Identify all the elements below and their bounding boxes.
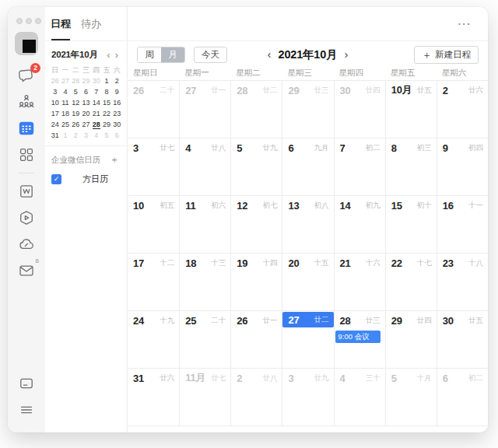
docs-icon[interactable] bbox=[18, 183, 35, 200]
mini-day-cell[interactable]: 9 bbox=[112, 87, 122, 97]
mini-day-cell[interactable]: 5 bbox=[101, 131, 111, 141]
new-event-button[interactable]: ＋ 新建日程 bbox=[414, 46, 479, 64]
day-cell[interactable]: 20十五 bbox=[282, 253, 333, 310]
mini-day-cell[interactable]: 24 bbox=[50, 120, 60, 130]
mini-day-cell[interactable]: 27 bbox=[60, 76, 70, 86]
calendar-checkbox[interactable]: ✓ bbox=[51, 174, 61, 184]
meeting-icon[interactable] bbox=[18, 209, 35, 226]
day-cell[interactable]: 12初七 bbox=[230, 195, 282, 253]
next-month-button[interactable]: › bbox=[344, 50, 348, 59]
chat-icon[interactable]: 2 bbox=[18, 67, 35, 84]
mini-day-cell[interactable]: 5 bbox=[71, 87, 81, 97]
mini-day-cell[interactable]: 21 bbox=[91, 109, 101, 119]
mini-day-cell[interactable]: 25 bbox=[60, 120, 70, 130]
day-cell[interactable]: 26廿一 bbox=[230, 310, 282, 368]
add-calendar-button[interactable]: ＋ bbox=[110, 153, 121, 166]
drive-icon[interactable] bbox=[18, 236, 35, 253]
mini-day-cell[interactable]: 29 bbox=[101, 120, 111, 130]
day-cell[interactable]: 15初十 bbox=[385, 195, 437, 253]
day-cell[interactable]: 30廿四 bbox=[334, 80, 385, 138]
day-cell[interactable]: 9初四 bbox=[437, 138, 488, 195]
day-cell[interactable]: 4三十 bbox=[334, 368, 385, 425]
day-cell[interactable]: 14初九 bbox=[334, 195, 385, 253]
day-cell[interactable]: 5廿九 bbox=[230, 138, 282, 195]
day-cell[interactable]: 29廿四 bbox=[385, 310, 437, 368]
day-cell[interactable]: 27廿一 bbox=[179, 80, 230, 138]
mini-day-cell[interactable]: 6 bbox=[112, 131, 122, 141]
day-cell[interactable]: 28廿二 bbox=[230, 80, 282, 138]
mini-day-cell[interactable]: 4 bbox=[60, 87, 70, 97]
mini-day-cell[interactable]: 20 bbox=[81, 109, 91, 119]
mini-day-cell[interactable]: 30 bbox=[91, 76, 101, 86]
prev-month-button[interactable]: ‹ bbox=[268, 50, 272, 59]
day-cell[interactable]: 11初六 bbox=[179, 195, 230, 253]
mini-day-cell[interactable]: 22 bbox=[101, 109, 111, 119]
mini-day-cell[interactable]: 26 bbox=[71, 120, 81, 130]
tab-schedule[interactable]: 日程 bbox=[51, 7, 71, 40]
contacts-icon[interactable] bbox=[18, 93, 35, 110]
mini-day-cell[interactable]: 14 bbox=[91, 98, 101, 108]
day-cell[interactable]: 18十三 bbox=[179, 253, 230, 310]
mini-day-cell[interactable]: 26 bbox=[50, 76, 60, 86]
day-cell[interactable]: 30廿五 bbox=[437, 310, 488, 368]
status-icon[interactable] bbox=[18, 375, 35, 392]
tab-todo[interactable]: 待办 bbox=[81, 7, 101, 40]
day-cell[interactable]: 23十八 bbox=[437, 253, 488, 310]
mini-prev-month-button[interactable]: ‹ bbox=[104, 51, 112, 59]
mini-day-cell[interactable]: 2 bbox=[71, 131, 81, 141]
day-cell[interactable]: 10月廿五 bbox=[385, 80, 437, 138]
mini-day-cell[interactable]: 13 bbox=[81, 98, 91, 108]
mini-day-cell[interactable]: 28 bbox=[71, 76, 81, 86]
mini-day-cell[interactable]: 3 bbox=[81, 131, 91, 141]
day-cell[interactable]: 10初五 bbox=[128, 195, 179, 253]
day-cell[interactable]: 3廿七 bbox=[128, 138, 179, 195]
mini-day-cell[interactable]: 29 bbox=[81, 76, 91, 86]
mini-day-cell[interactable]: 4 bbox=[91, 131, 101, 141]
day-cell[interactable]: 4廿八 bbox=[179, 138, 230, 195]
mini-day-cell[interactable]: 8 bbox=[101, 87, 111, 97]
mini-day-cell[interactable]: 31 bbox=[50, 131, 60, 141]
day-cell[interactable]: 26二十 bbox=[128, 80, 179, 138]
mini-day-cell[interactable]: 12 bbox=[71, 98, 81, 108]
zoom-window-button[interactable] bbox=[35, 18, 41, 24]
day-cell[interactable]: 17十二 bbox=[128, 253, 179, 310]
mini-day-cell[interactable]: 10 bbox=[50, 98, 60, 108]
day-cell[interactable]: 24十九 bbox=[128, 310, 179, 368]
mini-day-cell[interactable]: 11 bbox=[60, 98, 70, 108]
day-cell[interactable]: 8初三 bbox=[385, 138, 437, 195]
menu-icon[interactable] bbox=[18, 401, 35, 418]
mini-day-cell[interactable]: 23 bbox=[112, 109, 122, 119]
mail-icon[interactable]: 6 bbox=[18, 262, 35, 279]
day-cell[interactable]: 22十七 bbox=[385, 253, 437, 310]
mini-day-cell[interactable]: 18 bbox=[60, 109, 70, 119]
mini-day-cell[interactable]: 16 bbox=[112, 98, 122, 108]
mini-day-cell[interactable]: 6 bbox=[81, 87, 91, 97]
day-cell[interactable]: 2廿六 bbox=[437, 80, 488, 138]
mini-day-cell[interactable]: 30 bbox=[112, 120, 122, 130]
day-cell[interactable]: 7初二 bbox=[334, 138, 385, 195]
mini-day-cell[interactable]: 1 bbox=[60, 131, 70, 141]
day-cell[interactable]: 13初八 bbox=[282, 195, 333, 253]
minimize-window-button[interactable] bbox=[26, 18, 32, 24]
day-cell[interactable]: 21十六 bbox=[334, 253, 385, 310]
mini-day-cell[interactable]: 1 bbox=[101, 76, 111, 86]
mini-day-cell[interactable]: 17 bbox=[50, 109, 60, 119]
today-button[interactable]: 今天 bbox=[194, 47, 227, 63]
mini-next-month-button[interactable]: › bbox=[113, 51, 121, 59]
day-cell[interactable]: 16十一 bbox=[437, 195, 488, 253]
day-cell[interactable]: 31廿六 bbox=[128, 368, 179, 425]
day-cell[interactable]: 5十月 bbox=[385, 368, 437, 425]
mini-day-cell[interactable]: 27 bbox=[81, 120, 91, 130]
day-cell[interactable]: 6初二 bbox=[437, 368, 488, 425]
mini-day-cell[interactable]: 15 bbox=[101, 98, 111, 108]
day-cell[interactable]: 19十四 bbox=[230, 253, 282, 310]
mini-day-cell[interactable]: 28 bbox=[91, 120, 101, 130]
mini-day-cell[interactable]: 3 bbox=[50, 87, 60, 97]
mini-day-cell[interactable]: 2 bbox=[112, 76, 122, 86]
event-chip[interactable]: 9:00 会议 bbox=[335, 331, 381, 343]
day-cell[interactable]: 25二十 bbox=[179, 310, 230, 368]
day-cell[interactable]: 29廿三 bbox=[282, 80, 333, 138]
day-cell[interactable]: 27廿二 bbox=[282, 310, 333, 368]
day-cell[interactable]: 6九月 bbox=[282, 138, 333, 195]
avatar[interactable] bbox=[15, 32, 38, 55]
